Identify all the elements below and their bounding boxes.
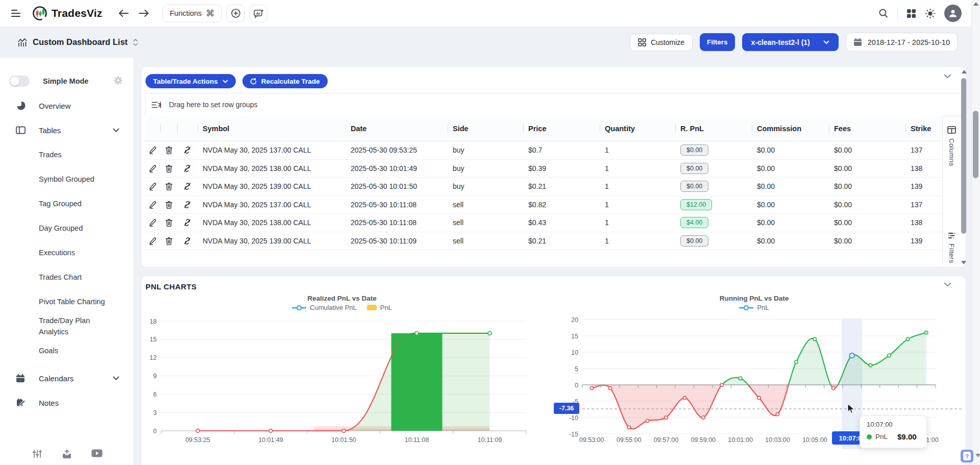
edit-icon[interactable] — [145, 201, 160, 209]
unlink-icon[interactable] — [177, 237, 198, 245]
help-widget[interactable]: ? — [961, 450, 973, 462]
header-cell-side[interactable]: Side — [448, 116, 523, 141]
sidebar-subitem-day-grouped[interactable]: Day Grouped — [0, 216, 134, 240]
page-scrollbar[interactable] — [971, 0, 980, 465]
menu-icon[interactable] — [11, 8, 21, 19]
sidebar-subitem-pivot-table-charting[interactable]: Pivot Table Charting — [0, 289, 125, 314]
header-cell-symbol[interactable]: Symbol — [198, 116, 346, 141]
sidebar-subitem-executions[interactable]: Executions — [0, 240, 134, 265]
realized-pnl-chart[interactable]: 181512963009:53:2510:01:4910:01:5010:11:… — [145, 314, 538, 465]
page-scrollbar-thumb[interactable] — [973, 111, 978, 178]
search-icon[interactable] — [878, 8, 889, 18]
sidebar-subitem-label: Day Grouped — [39, 223, 83, 234]
unlink-icon[interactable] — [177, 164, 198, 173]
edit-icon[interactable] — [145, 164, 160, 173]
table-row[interactable]: NVDA May 30, 2025 139.00 CALL2025-05-30 … — [145, 232, 942, 251]
delete-icon[interactable] — [160, 218, 177, 227]
back-arrow-icon[interactable] — [117, 8, 130, 18]
unlink-icon[interactable] — [177, 218, 198, 227]
functions-button[interactable]: Functions ⌘ — [162, 5, 222, 22]
legend-cumulative-pnl[interactable]: Cumulative PnL — [292, 304, 357, 311]
header-cell-quantity[interactable]: Quantity — [600, 116, 675, 141]
grid-side-panel: Columns Filters — [942, 116, 960, 267]
sort-toggle-icon[interactable] — [133, 38, 138, 46]
edit-icon[interactable] — [145, 146, 160, 154]
delete-icon[interactable] — [160, 146, 177, 154]
delete-icon[interactable] — [160, 164, 177, 173]
table-header-row: SymbolDateSidePriceQuantityR. PnLCommiss… — [145, 116, 942, 141]
sliders-icon[interactable] — [32, 449, 42, 459]
sidebar-subitem-trades[interactable]: Trades — [0, 142, 134, 167]
table-row[interactable]: NVDA May 30, 2025 137.00 CALL2025-05-30 … — [145, 196, 942, 214]
unlink-icon[interactable] — [177, 146, 198, 154]
sidebar-subitem-tag-grouped[interactable]: Tag Grouped — [0, 191, 134, 216]
sidebar-subitem-label: Goals — [39, 345, 58, 356]
sidebar-item-label: Tables — [39, 126, 61, 135]
help-collapse-arrow[interactable] — [975, 454, 980, 457]
sidebar-subitem-goals[interactable]: Goals — [0, 338, 134, 363]
table-scrollbar-thumb[interactable] — [961, 78, 966, 234]
filters-tab[interactable]: Filters — [943, 232, 960, 263]
scroll-up-arrow[interactable] — [973, 2, 978, 6]
edit-icon[interactable] — [145, 237, 160, 245]
user-avatar[interactable] — [944, 5, 962, 22]
header-cell-commission[interactable]: Commission — [752, 116, 829, 141]
edit-icon[interactable] — [145, 218, 160, 227]
cell-side: sell — [448, 201, 523, 209]
ai-assistant-button[interactable]: AI — [250, 5, 267, 22]
unlink-icon[interactable] — [177, 201, 198, 209]
svg-text:09:59:00: 09:59:00 — [691, 436, 716, 444]
table-row[interactable]: NVDA May 30, 2025 137.00 CALL2025-05-30 … — [145, 141, 942, 160]
youtube-icon[interactable] — [91, 449, 103, 459]
sidebar-subitem-trade-day-plan-analytics[interactable]: Trade/Day Plan Analytics — [0, 314, 125, 338]
sidebar-subitem-trades-chart[interactable]: Trades Chart — [0, 265, 134, 289]
header-cell-fees[interactable]: Fees — [829, 116, 905, 141]
table-row[interactable]: NVDA May 30, 2025 138.00 CALL2025-05-30 … — [145, 160, 942, 178]
sidebar-item-notes[interactable]: Notes — [0, 390, 134, 415]
table-row[interactable]: NVDA May 30, 2025 138.00 CALL2025-05-30 … — [145, 214, 942, 232]
calendar-icon — [15, 374, 26, 383]
calendar-icon — [853, 38, 862, 46]
sidebar-item-overview[interactable]: Overview — [0, 93, 134, 118]
svg-text:09:53:25: 09:53:25 — [185, 436, 210, 444]
recalculate-trade-button[interactable]: Recalculate Trade — [242, 74, 328, 88]
collapse-table-chevron-icon[interactable] — [944, 74, 951, 79]
upload-icon[interactable] — [62, 449, 72, 459]
customize-label: Customize — [651, 38, 684, 46]
simple-mode-toggle[interactable] — [9, 76, 30, 87]
apps-grid-icon[interactable] — [906, 9, 916, 18]
unlink-icon[interactable] — [177, 182, 198, 190]
table-trade-actions-button[interactable]: Table/Trade Actions — [145, 74, 236, 88]
legend-pnl-bar[interactable]: PnL — [367, 304, 392, 311]
header-cell-r-pnl[interactable]: R. PnL — [675, 116, 752, 141]
date-range-picker[interactable]: 2018-12-17 - 2025-10-10 — [846, 33, 958, 52]
customize-button[interactable]: Customize — [630, 34, 693, 51]
delete-icon[interactable] — [160, 237, 177, 245]
brand-logo[interactable]: TradesViz — [32, 5, 102, 21]
legend-running-pnl[interactable]: PnL — [739, 304, 769, 311]
row-group-icon — [152, 101, 161, 109]
add-button[interactable] — [227, 5, 244, 22]
table-scrollbar[interactable] — [960, 68, 968, 266]
row-group-dropzone[interactable]: Drag here to set row groups — [145, 93, 963, 116]
cell-strike: 139 — [905, 182, 942, 190]
collapse-charts-chevron-icon[interactable] — [944, 282, 951, 287]
theme-sun-icon[interactable] — [925, 8, 936, 19]
table-row[interactable]: NVDA May 30, 2025 139.00 CALL2025-05-30 … — [145, 178, 942, 196]
dashboard-select[interactable]: x-clean-test2-l (1) — [742, 33, 839, 51]
sidebar-footer — [0, 449, 134, 459]
sidebar-item-tables[interactable]: Tables — [0, 118, 134, 142]
sidebar-item-calendars[interactable]: Calendars — [0, 366, 134, 390]
svg-text:15: 15 — [571, 333, 578, 340]
columns-tab[interactable]: Columns — [943, 126, 960, 166]
forward-arrow-icon[interactable] — [138, 8, 150, 18]
delete-icon[interactable] — [160, 201, 177, 209]
settings-gear-icon[interactable] — [113, 75, 124, 86]
sidebar-subitem-symbol-grouped[interactable]: Symbol Grouped — [0, 167, 134, 191]
delete-icon[interactable] — [160, 182, 177, 190]
header-cell-price[interactable]: Price — [523, 116, 600, 141]
header-cell-strike[interactable]: Strike — [905, 116, 942, 141]
filters-button[interactable]: Filters — [700, 33, 735, 51]
header-cell-date[interactable]: Date — [346, 116, 448, 141]
edit-icon[interactable] — [145, 182, 160, 190]
